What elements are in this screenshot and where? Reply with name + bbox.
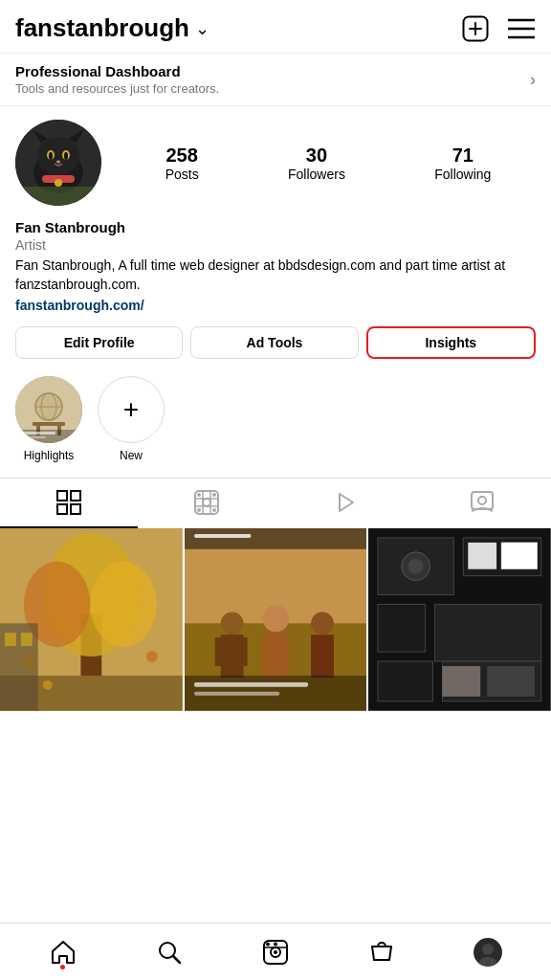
action-buttons: Edit Profile Ad Tools Insights bbox=[0, 326, 551, 359]
username-chevron-icon[interactable]: ⌄ bbox=[195, 18, 209, 39]
pro-dashboard-title: Professional Dashboard bbox=[15, 63, 219, 79]
svg-rect-77 bbox=[435, 605, 541, 662]
menu-button[interactable] bbox=[507, 14, 536, 43]
grid-image-2 bbox=[185, 528, 367, 711]
professional-dashboard[interactable]: Professional Dashboard Tools and resourc… bbox=[0, 53, 551, 106]
followers-count: 30 bbox=[306, 145, 327, 167]
svg-point-36 bbox=[212, 493, 216, 497]
following-count: 71 bbox=[452, 145, 474, 167]
home-nav-item[interactable] bbox=[39, 931, 87, 973]
pro-dashboard-subtitle: Tools and resources just for creators. bbox=[15, 81, 219, 96]
svg-rect-32 bbox=[71, 504, 80, 514]
svg-point-45 bbox=[478, 497, 486, 504]
pro-dashboard-arrow-icon: › bbox=[530, 70, 536, 90]
header-icons bbox=[461, 14, 536, 43]
grid-image-1 bbox=[0, 528, 183, 711]
grid-item[interactable] bbox=[185, 528, 367, 711]
svg-point-92 bbox=[266, 942, 270, 946]
svg-point-8 bbox=[37, 137, 79, 175]
svg-point-90 bbox=[274, 950, 277, 954]
tab-reels[interactable] bbox=[138, 479, 276, 528]
svg-rect-29 bbox=[57, 491, 67, 501]
header-left: fanstanbrough ⌄ bbox=[15, 13, 209, 43]
bio-description: Fan Stanbrough, A full time web designer… bbox=[15, 256, 536, 294]
highlights-label: Highlights bbox=[24, 449, 75, 462]
svg-rect-30 bbox=[71, 491, 80, 501]
new-highlight-item[interactable]: + New bbox=[98, 376, 165, 462]
new-plus-icon: + bbox=[123, 396, 139, 423]
svg-rect-23 bbox=[33, 422, 65, 426]
insights-button[interactable]: Insights bbox=[366, 326, 536, 359]
svg-point-13 bbox=[49, 152, 53, 160]
highlights-image bbox=[15, 376, 82, 443]
followers-stat[interactable]: 30 Followers bbox=[288, 145, 345, 182]
highlights-row: Highlights + New bbox=[0, 376, 551, 462]
highlights-item[interactable]: Highlights bbox=[15, 376, 82, 462]
svg-rect-69 bbox=[311, 635, 334, 678]
svg-rect-72 bbox=[194, 692, 279, 696]
svg-point-81 bbox=[408, 559, 424, 574]
tab-grid[interactable] bbox=[0, 479, 138, 528]
followers-label: Followers bbox=[288, 167, 345, 182]
svg-rect-44 bbox=[472, 492, 493, 509]
home-notification-dot bbox=[60, 965, 65, 969]
svg-point-35 bbox=[197, 493, 201, 497]
bio-name: Fan Stanbrough bbox=[15, 219, 536, 235]
tab-play[interactable] bbox=[276, 479, 413, 528]
svg-rect-64 bbox=[214, 637, 224, 666]
svg-point-15 bbox=[56, 161, 60, 164]
search-nav-item[interactable] bbox=[145, 931, 193, 973]
tab-tagged[interactable] bbox=[413, 479, 551, 528]
add-post-button[interactable] bbox=[461, 14, 490, 43]
svg-point-68 bbox=[311, 612, 334, 635]
svg-rect-71 bbox=[194, 682, 308, 687]
grid-item[interactable] bbox=[368, 528, 551, 711]
bottom-nav bbox=[0, 923, 551, 980]
avatar[interactable] bbox=[15, 120, 101, 206]
reels-nav-item[interactable] bbox=[252, 931, 299, 973]
svg-rect-31 bbox=[57, 504, 67, 514]
posts-stat[interactable]: 258 Posts bbox=[165, 145, 199, 182]
svg-point-66 bbox=[262, 606, 289, 633]
svg-point-17 bbox=[55, 179, 62, 187]
profile-nav-item[interactable] bbox=[464, 931, 512, 973]
nav-avatar bbox=[474, 938, 502, 967]
pro-dashboard-text: Professional Dashboard Tools and resourc… bbox=[15, 63, 219, 96]
svg-rect-28 bbox=[17, 436, 46, 438]
svg-point-53 bbox=[146, 651, 158, 662]
svg-point-38 bbox=[212, 508, 216, 512]
svg-point-54 bbox=[43, 680, 53, 690]
svg-point-93 bbox=[274, 942, 277, 946]
stats-section: 258 Posts 30 Followers 71 Following bbox=[121, 145, 536, 182]
svg-rect-65 bbox=[237, 637, 247, 666]
grid-item[interactable] bbox=[0, 528, 183, 711]
bio-section: Fan Stanbrough Artist Fan Stanbrough, A … bbox=[0, 219, 551, 313]
svg-point-14 bbox=[64, 152, 68, 160]
bio-title: Artist bbox=[15, 237, 536, 253]
svg-point-34 bbox=[203, 499, 210, 506]
svg-rect-67 bbox=[262, 632, 289, 679]
tabs-row bbox=[0, 478, 551, 528]
bio-link[interactable]: fanstanbrough.com/ bbox=[15, 298, 536, 313]
profile-info: 258 Posts 30 Followers 71 Following bbox=[0, 120, 551, 206]
svg-rect-60 bbox=[185, 528, 367, 549]
shop-nav-item[interactable] bbox=[358, 931, 406, 973]
svg-point-95 bbox=[482, 944, 494, 955]
highlights-circle bbox=[15, 376, 82, 443]
svg-rect-85 bbox=[487, 666, 535, 697]
following-stat[interactable]: 71 Following bbox=[434, 145, 491, 182]
svg-rect-27 bbox=[17, 432, 55, 434]
photo-grid bbox=[0, 528, 551, 711]
svg-rect-78 bbox=[469, 543, 497, 569]
svg-rect-84 bbox=[443, 666, 481, 697]
svg-point-62 bbox=[220, 612, 243, 635]
svg-rect-82 bbox=[378, 661, 433, 702]
ad-tools-button[interactable]: Ad Tools bbox=[190, 326, 358, 359]
svg-rect-61 bbox=[194, 534, 252, 538]
edit-profile-button[interactable]: Edit Profile bbox=[15, 326, 183, 359]
svg-marker-43 bbox=[340, 494, 353, 511]
svg-rect-79 bbox=[501, 543, 538, 569]
posts-count: 258 bbox=[165, 145, 197, 167]
username-label[interactable]: fanstanbrough bbox=[15, 13, 189, 43]
svg-rect-56 bbox=[5, 633, 16, 646]
